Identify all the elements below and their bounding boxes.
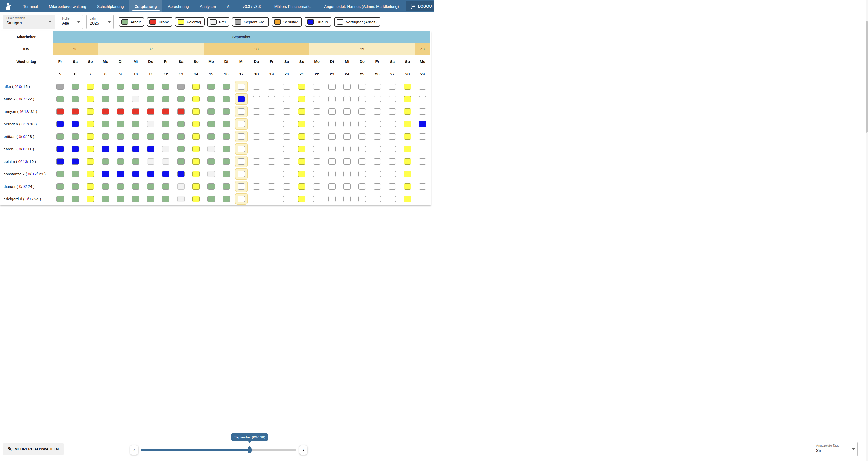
shift-pill-f[interactable] bbox=[404, 121, 411, 127]
shift-pill-e[interactable] bbox=[328, 84, 336, 90]
shift-pill-e[interactable] bbox=[238, 133, 245, 140]
shift-pill-w[interactable] bbox=[117, 96, 124, 102]
shift-pill-w[interactable] bbox=[162, 121, 169, 127]
shift-pill-e[interactable] bbox=[313, 84, 320, 90]
shift-pill-w[interactable] bbox=[223, 184, 230, 190]
shift-pill-e[interactable] bbox=[238, 158, 245, 165]
shift-pill-e[interactable] bbox=[268, 196, 275, 202]
shift-pill-e[interactable] bbox=[419, 184, 426, 190]
shift-pill-u[interactable] bbox=[177, 171, 185, 177]
shift-pill-w[interactable] bbox=[71, 96, 79, 102]
shift-pill-u[interactable] bbox=[57, 158, 64, 165]
shift-pill-w[interactable] bbox=[71, 84, 79, 90]
shift-pill-e[interactable] bbox=[343, 84, 351, 90]
shift-pill-w[interactable] bbox=[71, 133, 79, 140]
shift-pill-e[interactable] bbox=[359, 121, 366, 127]
employee-label[interactable]: britta.s ( 0/ 0/ 23 ) bbox=[0, 130, 53, 142]
shift-pill-e[interactable] bbox=[328, 158, 336, 165]
shift-pill-w[interactable] bbox=[177, 158, 185, 165]
shift-pill-w[interactable] bbox=[57, 133, 64, 140]
shift-pill-u[interactable] bbox=[238, 96, 245, 102]
shift-pill-f[interactable] bbox=[87, 133, 94, 140]
shift-pill-e[interactable] bbox=[389, 146, 396, 152]
shift-pill-e[interactable] bbox=[374, 171, 381, 177]
shift-pill-e[interactable] bbox=[268, 133, 275, 140]
shift-pill-e[interactable] bbox=[283, 121, 290, 127]
shift-pill-w[interactable] bbox=[71, 171, 79, 177]
shift-pill-w[interactable] bbox=[132, 121, 139, 127]
shift-pill-e[interactable] bbox=[238, 121, 245, 127]
shift-pill-w[interactable] bbox=[57, 196, 64, 202]
shift-pill-f[interactable] bbox=[192, 171, 200, 177]
shift-pill-e[interactable] bbox=[374, 184, 381, 190]
shift-pill-e[interactable] bbox=[313, 196, 320, 202]
shift-pill-e[interactable] bbox=[359, 108, 366, 115]
shift-pill-g[interactable] bbox=[162, 146, 169, 152]
nav-item-abrechnung[interactable]: Abrechnung bbox=[162, 0, 194, 12]
shift-pill-f[interactable] bbox=[298, 171, 305, 177]
shift-pill-p[interactable] bbox=[57, 84, 64, 90]
shift-pill-f[interactable] bbox=[192, 146, 200, 152]
shift-pill-f[interactable] bbox=[298, 96, 305, 102]
logout-button[interactable]: LOGOUT bbox=[406, 1, 434, 11]
shift-pill-w[interactable] bbox=[117, 158, 124, 165]
shift-pill-e[interactable] bbox=[238, 171, 245, 177]
shift-pill-w[interactable] bbox=[223, 158, 230, 165]
shift-pill-e[interactable] bbox=[328, 184, 336, 190]
shift-pill-w[interactable] bbox=[132, 158, 139, 165]
shift-pill-f[interactable] bbox=[87, 108, 94, 115]
shift-pill-w[interactable] bbox=[57, 171, 64, 177]
shift-pill-e[interactable] bbox=[253, 96, 260, 102]
shift-pill-e[interactable] bbox=[238, 108, 245, 115]
shift-pill-u[interactable] bbox=[132, 171, 139, 177]
shift-pill-w[interactable] bbox=[57, 96, 64, 102]
shift-pill-k[interactable] bbox=[162, 108, 169, 115]
shift-pill-f[interactable] bbox=[404, 96, 411, 102]
legend-chip-w[interactable]: Arbeit bbox=[119, 17, 144, 27]
shift-pill-w[interactable] bbox=[223, 133, 230, 140]
shift-pill-k[interactable] bbox=[117, 108, 124, 115]
shift-pill-f[interactable] bbox=[404, 196, 411, 202]
nav-item-analysen[interactable]: Analysen bbox=[194, 0, 222, 12]
shift-pill-u[interactable] bbox=[71, 121, 79, 127]
shift-pill-k[interactable] bbox=[71, 108, 79, 115]
shift-pill-e[interactable] bbox=[328, 96, 336, 102]
shift-pill-e[interactable] bbox=[343, 121, 351, 127]
shift-pill-f[interactable] bbox=[87, 96, 94, 102]
employee-label[interactable]: constanze.k ( 0/ 12/ 23 ) bbox=[0, 168, 53, 180]
shift-pill-f[interactable] bbox=[192, 184, 200, 190]
shift-pill-e[interactable] bbox=[389, 133, 396, 140]
shift-pill-e[interactable] bbox=[238, 146, 245, 152]
shift-pill-w[interactable] bbox=[117, 121, 124, 127]
shift-pill-e[interactable] bbox=[389, 196, 396, 202]
shift-pill-f[interactable] bbox=[87, 146, 94, 152]
shift-pill-e[interactable] bbox=[313, 184, 320, 190]
shift-pill-w[interactable] bbox=[162, 84, 169, 90]
shift-pill-f[interactable] bbox=[192, 196, 200, 202]
shift-pill-e[interactable] bbox=[389, 96, 396, 102]
shift-pill-e[interactable] bbox=[253, 158, 260, 165]
shift-pill-e[interactable] bbox=[328, 133, 336, 140]
shift-pill-u[interactable] bbox=[419, 121, 426, 127]
shift-pill-e[interactable] bbox=[268, 108, 275, 115]
shift-pill-e[interactable] bbox=[238, 196, 245, 202]
shift-pill-e[interactable] bbox=[343, 108, 351, 115]
shift-pill-f[interactable] bbox=[298, 146, 305, 152]
shift-pill-e[interactable] bbox=[253, 184, 260, 190]
shift-pill-u[interactable] bbox=[71, 146, 79, 152]
shift-pill-f[interactable] bbox=[298, 108, 305, 115]
shift-pill-f[interactable] bbox=[192, 108, 200, 115]
legend-chip-p[interactable]: Geplant Frei bbox=[232, 17, 269, 27]
shift-pill-f[interactable] bbox=[404, 133, 411, 140]
shift-pill-e[interactable] bbox=[283, 84, 290, 90]
shift-pill-e[interactable] bbox=[253, 133, 260, 140]
shift-pill-u[interactable] bbox=[57, 146, 64, 152]
shift-pill-e[interactable] bbox=[359, 158, 366, 165]
shift-pill-e[interactable] bbox=[313, 121, 320, 127]
shift-pill-e[interactable] bbox=[389, 121, 396, 127]
shift-pill-f[interactable] bbox=[87, 196, 94, 202]
shift-pill-e[interactable] bbox=[328, 108, 336, 115]
shift-pill-e[interactable] bbox=[419, 146, 426, 152]
shift-pill-e[interactable] bbox=[283, 158, 290, 165]
shift-pill-e[interactable] bbox=[328, 171, 336, 177]
